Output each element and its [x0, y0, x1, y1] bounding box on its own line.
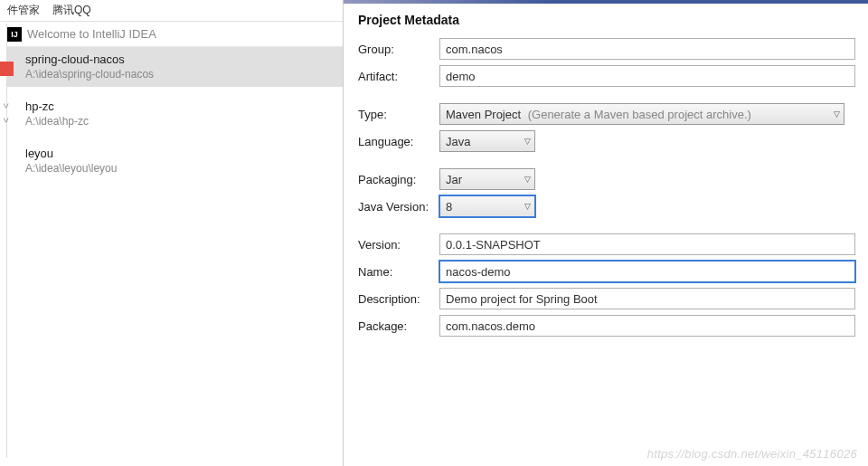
os-title-item-2[interactable]: 腾讯QQ: [52, 3, 91, 18]
group-input[interactable]: [439, 38, 855, 60]
section-title: Project Metadata: [358, 13, 868, 27]
os-title-item-1[interactable]: 件管家: [7, 3, 40, 18]
welcome-panel: 件管家 腾讯QQ IJ Welcome to IntelliJ IDEA spr…: [0, 0, 344, 466]
type-select[interactable]: Maven Project (Generate a Maven based pr…: [439, 103, 844, 125]
project-path: A:\idea\spring-cloud-nacos: [25, 67, 330, 81]
sidebar-glyph-2: >: [1, 118, 11, 123]
project-metadata-panel: Project Metadata Group: Artifact: Type: …: [344, 0, 868, 466]
language-select[interactable]: Java ▽: [439, 130, 535, 152]
group-label: Group:: [354, 43, 439, 56]
java-version-select[interactable]: 8 ▽: [439, 195, 535, 217]
chevron-down-icon: ▽: [834, 109, 840, 119]
os-sidebar-stub: > >: [0, 24, 7, 458]
version-input[interactable]: [439, 233, 855, 255]
package-input[interactable]: [439, 315, 855, 337]
recent-projects-list: spring-cloud-nacos A:\idea\spring-cloud-…: [0, 47, 343, 466]
watermark-text: https://blog.csdn.net/weixin_45116026: [647, 447, 857, 461]
project-name: spring-cloud-nacos: [25, 52, 330, 67]
intellij-icon: IJ: [7, 27, 22, 42]
artifact-label: Artifact:: [354, 70, 439, 83]
description-input[interactable]: [439, 288, 855, 309]
project-item-hp-zc[interactable]: hp-zc A:\idea\hp-zc: [0, 94, 343, 134]
welcome-title: Welcome to IntelliJ IDEA: [27, 27, 156, 41]
java-version-label: Java Version:: [354, 200, 439, 214]
app-icon: [0, 62, 14, 76]
type-label: Type:: [354, 108, 439, 121]
packaging-select[interactable]: Jar ▽: [439, 168, 535, 190]
version-label: Version:: [354, 238, 439, 252]
description-label: Description:: [354, 292, 439, 306]
project-path: A:\idea\leyou\leyou: [25, 161, 330, 176]
name-label: Name:: [354, 265, 439, 279]
project-name: leyou: [25, 147, 330, 161]
type-select-hint: (Generate a Maven based project archive.…: [528, 108, 751, 121]
artifact-input[interactable]: [439, 65, 855, 87]
chevron-down-icon: ▽: [524, 137, 531, 146]
project-item-leyou[interactable]: leyou A:\idea\leyou\leyou: [0, 141, 343, 181]
packaging-label: Packaging:: [354, 173, 439, 186]
chevron-down-icon: ▽: [524, 175, 531, 184]
name-input[interactable]: [439, 261, 855, 282]
package-label: Package:: [354, 319, 439, 333]
welcome-title-bar: IJ Welcome to IntelliJ IDEA: [0, 22, 343, 47]
type-select-value: Maven Project: [446, 108, 521, 121]
language-label: Language:: [354, 135, 439, 148]
sidebar-glyph-1: >: [1, 103, 11, 109]
os-titlebar: 件管家 腾讯QQ: [0, 0, 343, 22]
project-item-spring-cloud-nacos[interactable]: spring-cloud-nacos A:\idea\spring-cloud-…: [0, 47, 343, 87]
java-version-select-value: 8: [446, 200, 452, 214]
chevron-down-icon: ▽: [524, 202, 531, 211]
project-name: hp-zc: [25, 100, 330, 114]
project-path: A:\idea\hp-zc: [25, 114, 330, 128]
packaging-select-value: Jar: [446, 173, 462, 186]
language-select-value: Java: [446, 135, 470, 148]
